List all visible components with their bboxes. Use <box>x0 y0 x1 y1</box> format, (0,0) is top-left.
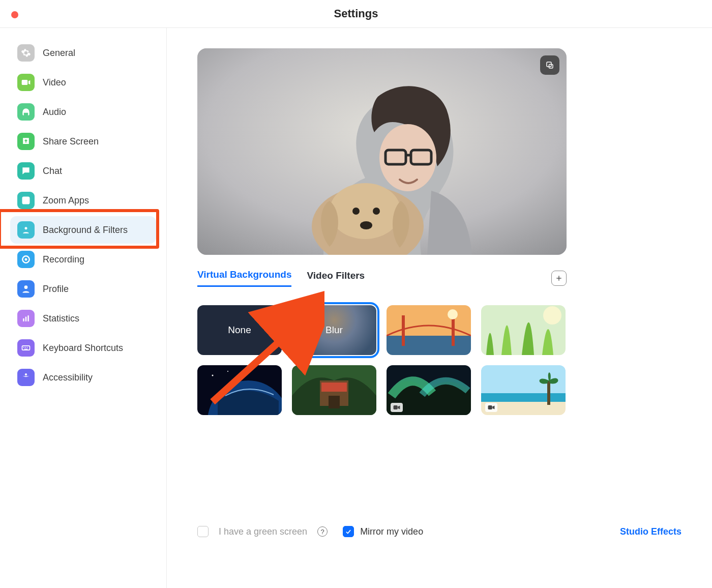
sidebar-item-label: Video <box>43 77 66 88</box>
svg-rect-7 <box>22 346 30 350</box>
svg-point-8 <box>23 347 24 348</box>
green-screen-checkbox[interactable] <box>197 526 209 537</box>
sidebar-item-keyboard-shortcuts[interactable]: Keyboard Shortcuts <box>10 334 156 362</box>
video-preview <box>197 48 567 255</box>
svg-point-22 <box>360 221 372 229</box>
background-filter-tabs: Virtual Backgrounds Video Filters <box>197 269 567 287</box>
sidebar-item-general[interactable]: General <box>10 39 156 67</box>
svg-point-21 <box>373 208 380 215</box>
sidebar-item-label: Background & Filters <box>43 225 128 236</box>
background-thumb-blur[interactable]: Blur <box>292 305 376 355</box>
sidebar-item-label: Keyboard Shortcuts <box>43 343 123 354</box>
svg-point-20 <box>352 208 360 215</box>
window-title: Settings <box>0 7 712 20</box>
bar-icon <box>17 310 35 327</box>
sidebar-item-label: Recording <box>43 254 84 265</box>
svg-point-12 <box>25 373 27 375</box>
svg-rect-40 <box>321 383 347 392</box>
svg-rect-6 <box>27 315 29 321</box>
sidebar-item-background-filters[interactable]: Background & Filters <box>10 216 156 244</box>
svg-rect-30 <box>452 316 455 346</box>
tab-video-filters[interactable]: Video Filters <box>307 270 365 286</box>
sidebar-item-recording[interactable]: Recording <box>10 246 156 273</box>
mirror-video-checkbox[interactable] <box>343 526 354 537</box>
headphones-icon <box>17 103 35 121</box>
gear-icon <box>17 44 35 62</box>
thumb-label: Blur <box>292 305 376 355</box>
video-icon <box>17 74 35 91</box>
sidebar-item-label: Statistics <box>43 313 79 324</box>
user-icon <box>17 280 35 298</box>
background-grid: NoneBlur <box>197 305 681 415</box>
svg-point-2 <box>25 258 27 261</box>
sidebar-item-label: Audio <box>43 107 66 117</box>
titlebar: Settings <box>0 0 712 28</box>
add-background-button[interactable] <box>551 271 567 286</box>
chat-icon <box>17 162 35 180</box>
target-icon <box>17 251 35 268</box>
svg-point-3 <box>24 285 28 289</box>
svg-point-19 <box>330 183 401 239</box>
green-screen-help-icon[interactable]: ? <box>317 526 328 537</box>
video-badge-icon <box>391 403 403 412</box>
sidebar-item-share-screen[interactable]: Share Screen <box>10 128 156 155</box>
svg-point-9 <box>25 347 26 348</box>
studio-effects-link[interactable]: Studio Effects <box>620 526 681 537</box>
footer-controls: I have a green screen ? Mirror my video … <box>197 526 681 537</box>
background-thumb-golden-gate-bridge[interactable] <box>387 305 471 355</box>
svg-point-37 <box>227 371 228 372</box>
green-screen-label: I have a green screen <box>219 526 307 537</box>
sidebar-item-zoom-apps[interactable]: Zoom Apps <box>10 187 156 214</box>
svg-rect-11 <box>24 349 28 349</box>
background-thumb-jurassic-park-gate[interactable] <box>292 365 376 415</box>
sidebar-item-accessibility[interactable]: Accessibility <box>10 364 156 391</box>
background-thumb-none[interactable]: None <box>197 305 282 355</box>
sidebar-item-audio[interactable]: Audio <box>10 98 156 126</box>
sidebar-item-video[interactable]: Video <box>10 69 156 96</box>
svg-rect-5 <box>25 317 27 321</box>
svg-point-31 <box>448 309 458 319</box>
svg-point-14 <box>379 124 436 191</box>
svg-rect-4 <box>23 318 24 321</box>
svg-rect-43 <box>394 405 398 409</box>
sidebar-item-label: Profile <box>43 284 69 295</box>
sidebar-item-profile[interactable]: Profile <box>10 275 156 303</box>
person-icon <box>17 221 35 239</box>
accessibility-icon <box>17 369 35 386</box>
keyboard-icon <box>17 339 35 357</box>
svg-point-10 <box>27 347 28 348</box>
sidebar-item-chat[interactable]: Chat <box>10 157 156 185</box>
svg-point-36 <box>212 375 214 376</box>
sidebar-item-statistics[interactable]: Statistics <box>10 305 156 332</box>
background-thumb-beach[interactable] <box>481 365 566 415</box>
svg-rect-41 <box>329 396 340 408</box>
sidebar-item-label: Accessibility <box>43 372 93 383</box>
background-thumb-aurora[interactable] <box>387 365 471 415</box>
svg-rect-29 <box>402 315 405 346</box>
settings-sidebar: GeneralVideoAudioShare ScreenChatZoom Ap… <box>0 28 167 588</box>
svg-point-33 <box>543 306 561 325</box>
main-panel: Virtual Backgrounds Video Filters NoneBl… <box>167 28 712 588</box>
svg-rect-47 <box>547 380 550 405</box>
background-thumb-grass[interactable] <box>481 305 566 355</box>
apps-icon <box>17 192 35 209</box>
share-icon <box>17 133 35 150</box>
sidebar-item-label: Zoom Apps <box>43 195 89 206</box>
sidebar-item-label: Chat <box>43 166 62 177</box>
tab-virtual-backgrounds[interactable]: Virtual Backgrounds <box>197 269 291 287</box>
thumb-label: None <box>197 305 282 355</box>
sidebar-item-label: General <box>43 48 75 58</box>
background-thumb-earth-from-space[interactable] <box>197 365 282 415</box>
svg-point-0 <box>25 227 27 229</box>
svg-rect-48 <box>488 405 492 409</box>
svg-rect-28 <box>387 336 471 355</box>
window-close-button[interactable] <box>11 11 18 18</box>
rotate-camera-button[interactable] <box>540 55 559 75</box>
video-badge-icon <box>485 403 497 412</box>
mirror-video-label: Mirror my video <box>360 526 423 537</box>
sidebar-item-label: Share Screen <box>43 136 99 147</box>
